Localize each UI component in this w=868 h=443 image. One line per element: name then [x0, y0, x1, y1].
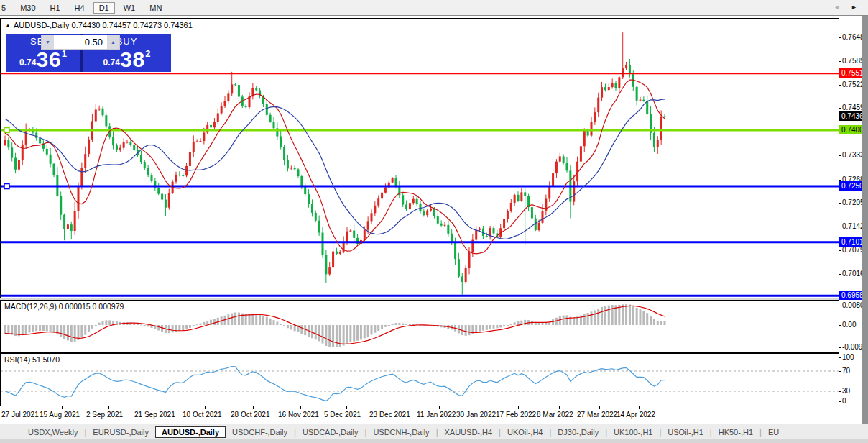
- macd-histogram-bar: [182, 325, 184, 330]
- candle-body: [514, 195, 516, 203]
- macd-histogram-bar: [360, 325, 362, 339]
- candle-body: [440, 224, 443, 226]
- date-tick: [24, 406, 24, 409]
- date-label: 2 Sep 2021: [86, 411, 123, 419]
- macd-histogram-bar: [213, 319, 216, 325]
- macd-histogram-bar: [573, 317, 575, 325]
- macd-histogram-bar: [332, 325, 334, 347]
- macd-histogram-bar: [102, 321, 104, 325]
- candle-body: [74, 211, 76, 231]
- chart-tab-uk100h1[interactable]: UK100-,H1: [607, 426, 659, 438]
- macd-indicator-pane[interactable]: MACD(12,26,9) 0.000015 0.000979: [0, 300, 839, 353]
- macd-histogram-bar: [238, 313, 240, 325]
- chart-tab-hk50h1[interactable]: HK50-,H1: [712, 426, 760, 438]
- chart-tab-eurusddaily[interactable]: EURUSD-,Daily: [86, 426, 155, 438]
- date-tick: [392, 406, 392, 409]
- chart-tab-ukoilh4[interactable]: UKOil-,H4: [501, 426, 550, 438]
- candle-body: [35, 133, 37, 139]
- line-handle[interactable]: [4, 184, 9, 189]
- macd-histogram-bar: [566, 315, 568, 325]
- macd-histogram-bar: [39, 325, 41, 331]
- candle-body: [423, 211, 425, 215]
- macd-histogram-bar: [91, 325, 93, 329]
- candle-body: [144, 162, 146, 168]
- macd-histogram-bar: [465, 325, 467, 336]
- candle-body: [604, 87, 606, 90]
- timeframe-button-5[interactable]: 5: [0, 2, 11, 14]
- candle-body: [646, 101, 648, 114]
- ohlc-low: 0.74273: [133, 21, 162, 29]
- indicator-line: [5, 306, 665, 344]
- macd-histogram-bar: [4, 325, 6, 334]
- chart-title: ▲AUDUSD-,Daily 0.74430 0.74457 0.74273 0…: [5, 21, 193, 29]
- candle-body: [636, 87, 638, 101]
- candle-body: [517, 195, 520, 201]
- ohlc-close: 0.74361: [164, 21, 193, 29]
- macd-histogram-bar: [189, 325, 191, 328]
- tab-scroll-right-icon[interactable]: ►: [851, 4, 857, 11]
- candle-body: [531, 207, 533, 218]
- tab-scroll-left-icon[interactable]: ◄: [834, 4, 840, 11]
- volume-decrease-button[interactable]: ▼: [42, 35, 54, 49]
- macd-histogram-bar: [95, 325, 97, 326]
- macd-histogram-bar: [50, 325, 52, 332]
- macd-histogram-bar: [374, 325, 376, 333]
- candle-body: [133, 145, 135, 150]
- macd-histogram-bar: [559, 316, 561, 325]
- macd-histogram-bar: [32, 325, 34, 332]
- price-axis[interactable]: 0.764800.758500.752200.745900.733300.726…: [839, 18, 862, 424]
- chart-tab-usdcaddaily[interactable]: USDCAD-,Daily: [296, 426, 365, 438]
- candle-body: [126, 142, 129, 142]
- buy-price-button[interactable]: 0.74382: [83, 47, 171, 71]
- candle-body: [503, 219, 505, 228]
- macd-histogram-bar: [105, 320, 107, 325]
- volume-increase-button[interactable]: ▲: [107, 35, 119, 49]
- candle-body: [657, 140, 659, 147]
- volume-input[interactable]: [54, 35, 107, 49]
- candle-body: [147, 168, 149, 175]
- timeframe-button-h1[interactable]: H1: [45, 2, 66, 14]
- macd-histogram-bar: [196, 324, 198, 325]
- date-label: 8 Mar 2022: [537, 411, 573, 419]
- sell-price-button[interactable]: 0.74361: [6, 47, 80, 71]
- macd-histogram-bar: [98, 323, 101, 325]
- candle-body: [353, 231, 355, 238]
- macd-histogram-bar: [371, 325, 373, 334]
- candle-body: [185, 166, 188, 175]
- macd-histogram-bar: [126, 322, 129, 325]
- ohlc-open: 0.74430: [72, 21, 101, 29]
- candle-body: [203, 132, 205, 141]
- macd-histogram-bar: [542, 323, 544, 325]
- timeframe-button-mn[interactable]: MN: [144, 2, 167, 14]
- chart-tab-xauusdh4[interactable]: XAUUSD-,H4: [438, 426, 499, 438]
- chart-tab-usoilh1[interactable]: USOil-,H1: [661, 426, 710, 438]
- time-axis[interactable]: 27 Jul 202115 Aug 20212 Sep 202121 Sep 2…: [0, 406, 839, 424]
- macd-histogram-bar: [262, 316, 264, 325]
- candle-body: [336, 252, 338, 254]
- candle-body: [444, 225, 446, 226]
- timeframe-button-h4[interactable]: H4: [69, 2, 91, 14]
- rsi-indicator-canvas[interactable]: [1, 354, 839, 406]
- candle-body: [465, 268, 467, 282]
- candle-body: [217, 114, 219, 122]
- macd-histogram-bar: [273, 320, 275, 325]
- chart-tab-audusddaily[interactable]: AUDUSD-,Daily: [155, 426, 226, 438]
- chart-tab-bar: USDX,Weekly|EURUSD-,DailyAUDUSD-,DailyUS…: [0, 424, 868, 439]
- chart-tab-dj30daily[interactable]: DJ30-,Daily: [551, 426, 605, 438]
- timeframe-button-d1[interactable]: D1: [93, 2, 115, 14]
- macd-histogram-bar: [594, 310, 596, 325]
- chart-tab-usdcnhdaily[interactable]: USDCNH-,Daily: [366, 426, 435, 438]
- date-tick: [346, 406, 347, 409]
- macd-tick-label: 0.00: [842, 321, 856, 329]
- timeframe-button-w1[interactable]: W1: [118, 2, 142, 14]
- candle-body: [416, 199, 418, 204]
- chart-tab-eu[interactable]: EU: [762, 426, 785, 438]
- chart-tab-usdchfdaily[interactable]: USDCHF-,Daily: [226, 426, 294, 438]
- chart-tab-usdxweekly[interactable]: USDX,Weekly: [22, 426, 84, 438]
- candle-body: [168, 193, 170, 208]
- macd-indicator-canvas[interactable]: [1, 301, 839, 352]
- rsi-indicator-pane[interactable]: RSI(14) 51.5070: [0, 353, 839, 406]
- date-label: 11 Jan 2022: [417, 411, 456, 419]
- timeframe-button-m30[interactable]: M30: [14, 2, 41, 14]
- line-handle[interactable]: [4, 128, 9, 133]
